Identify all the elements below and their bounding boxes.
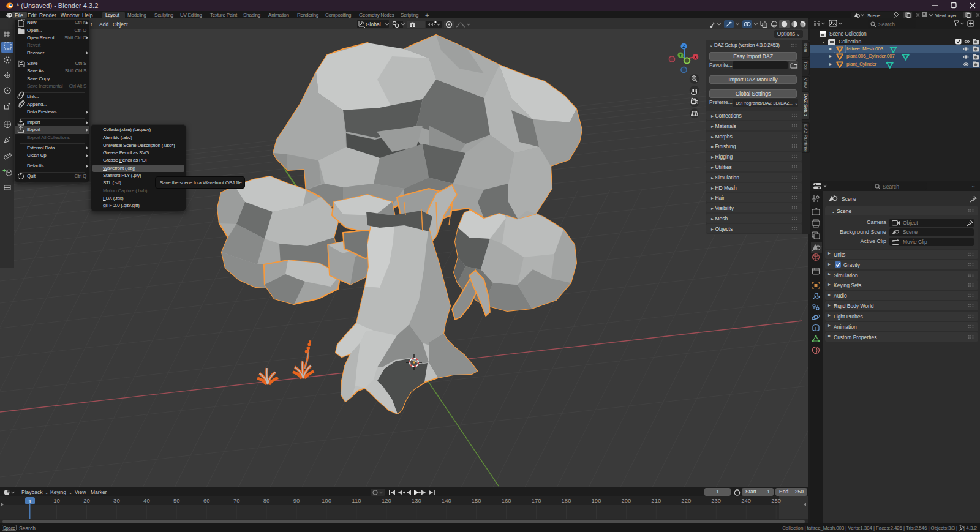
svg-text:1: 1 [28, 498, 31, 504]
svg-text:140: 140 [442, 497, 451, 504]
svg-text:Z: Z [682, 44, 685, 48]
svg-text:120: 120 [382, 497, 391, 504]
svg-text:70: 70 [233, 497, 240, 504]
svg-text:240: 240 [741, 497, 751, 504]
svg-text:130: 130 [412, 497, 421, 504]
svg-text:100: 100 [322, 497, 331, 504]
svg-text:190: 190 [592, 497, 601, 504]
svg-text:110: 110 [352, 497, 361, 504]
svg-text:200: 200 [621, 497, 631, 504]
svg-text:180: 180 [562, 497, 571, 504]
svg-text:X: X [694, 55, 697, 59]
svg-text:170: 170 [532, 497, 541, 504]
svg-text:90: 90 [293, 497, 300, 504]
svg-text:220: 220 [681, 497, 691, 504]
svg-text:20: 20 [83, 497, 90, 504]
svg-text:250: 250 [771, 497, 781, 504]
svg-text:80: 80 [263, 497, 270, 504]
svg-text:40: 40 [143, 497, 150, 504]
svg-text:10: 10 [53, 497, 60, 504]
svg-text:150: 150 [472, 497, 481, 504]
svg-text:210: 210 [651, 497, 661, 504]
svg-text:60: 60 [203, 497, 210, 504]
svg-text:30: 30 [113, 497, 120, 504]
svg-text:230: 230 [711, 497, 721, 504]
svg-text:160: 160 [502, 497, 511, 504]
svg-text:Y: Y [679, 53, 682, 58]
svg-text:50: 50 [173, 497, 180, 504]
